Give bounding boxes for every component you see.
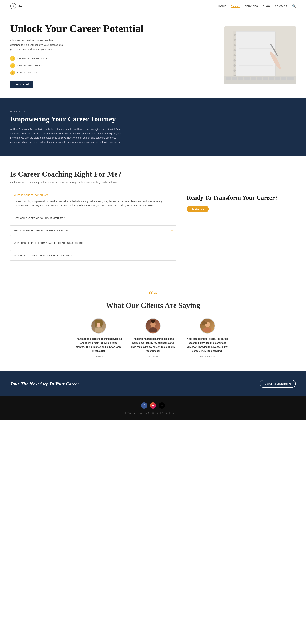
navigation: D divi HOME ABOUT SERVICES BLOG CONTACT … (0, 0, 306, 12)
svg-rect-29 (245, 77, 250, 80)
ready-box: Ready to Transform Your Career? Contact … (185, 192, 296, 214)
feature-label-1: Proven Strategies (17, 64, 42, 67)
faq-layout: What is career coaching? Career coaching… (10, 191, 296, 263)
cta-banner-title: Take the Next Step in Your Career (10, 381, 79, 387)
feature-personalized: 🌟 Personalized Guidance (10, 56, 218, 61)
logo-circle: D (10, 3, 16, 9)
hero-features: 🌟 Personalized Guidance 🤝 Proven Strateg… (10, 56, 218, 75)
svg-point-6 (234, 44, 236, 46)
footer-copyright: ©2024 How to Make a Divi Website | All R… (10, 412, 296, 414)
feature-success: 🏆 Achieve Success (10, 70, 218, 75)
faq-item-4: How do I get started with career coachin… (10, 250, 176, 260)
hero-image-placeholder (224, 26, 296, 84)
svg-point-8 (234, 54, 236, 56)
faq-item-0: What is career coaching? Career coaching… (10, 191, 176, 211)
logo[interactable]: D divi (10, 3, 24, 9)
approach-label: OUR APPROACH (10, 110, 296, 112)
nav-contact[interactable]: CONTACT (275, 5, 287, 8)
footer: f ● ✕ ©2024 How to Make a Divi Website |… (0, 396, 306, 420)
svg-point-11 (234, 70, 236, 72)
footer-social-icons: f ● ✕ (10, 402, 296, 408)
nav-links: HOME ABOUT SERVICES BLOG CONTACT 🔍 (219, 4, 296, 8)
avatar-0 (91, 318, 106, 334)
faq-plus-icon-3: + (171, 241, 173, 245)
svg-point-10 (234, 64, 236, 66)
testimonial-text-0: Thanks to the career coaching services, … (75, 337, 122, 353)
svg-point-46 (203, 328, 212, 332)
hero-image (224, 26, 296, 84)
svg-rect-30 (251, 77, 256, 80)
testimonial-name-0: Jane Doe (75, 355, 122, 358)
svg-rect-35 (281, 77, 286, 80)
testimonial-name-2: Emily Johnson (184, 355, 231, 358)
svg-rect-33 (269, 77, 274, 80)
feature-label-2: Achieve Success (17, 72, 39, 74)
faq-question-1[interactable]: How can career coaching benefit me? + (10, 213, 176, 223)
hero-section: Unlock Your Career Potential Discover pe… (0, 12, 306, 98)
faq-item-2: Who can benefit from career coaching? + (10, 226, 176, 236)
instagram-icon[interactable]: ● (150, 402, 156, 408)
testimonials-title: What Our Clients Are Saying (10, 301, 296, 310)
svg-point-9 (234, 59, 236, 62)
faq-plus-icon-1: + (171, 216, 173, 220)
free-consultation-button[interactable]: Get A Free Consultation! (260, 380, 296, 388)
svg-point-43 (149, 328, 157, 332)
svg-point-4 (234, 34, 236, 36)
faq-subtitle: Find answers to common questions about o… (10, 181, 296, 184)
faq-ready-box: Ready to Transform Your Career? Contact … (185, 191, 296, 263)
nav-services[interactable]: SERVICES (245, 5, 258, 8)
nav-blog[interactable]: BLOG (263, 5, 270, 8)
ready-title: Ready to Transform Your Career? (187, 194, 294, 202)
logo-name: divi (18, 4, 24, 8)
avatar-2 (200, 318, 215, 334)
faq-item-3: What can I expect from a career coaching… (10, 238, 176, 248)
svg-point-38 (94, 328, 103, 332)
faq-question-2[interactable]: Who can benefit from career coaching? + (10, 226, 176, 236)
feature-label-0: Personalized Guidance (17, 57, 48, 60)
avatar-1 (145, 318, 161, 334)
proven-icon: 🤝 (10, 63, 15, 68)
testimonials-grid: Thanks to the career coaching services, … (10, 318, 296, 358)
testimonial-card-1: The personalized coaching sessions helpe… (129, 318, 177, 358)
contact-us-button[interactable]: Contact Us (187, 206, 209, 212)
nav-home[interactable]: HOME (219, 5, 226, 8)
faq-plus-icon-2: + (171, 228, 173, 232)
approach-title: Empowering Your Career Journey (10, 115, 296, 123)
svg-rect-26 (226, 77, 231, 80)
faq-title: Is Career Coaching Right for Me? (10, 170, 296, 178)
quote-mark-icon: ““ (10, 290, 296, 300)
svg-rect-27 (232, 77, 237, 80)
svg-rect-36 (287, 77, 294, 80)
testimonial-text-2: After struggling for years, the career c… (184, 337, 231, 353)
personalized-icon: 🌟 (10, 56, 15, 61)
hero-text: Unlock Your Career Potential Discover pe… (10, 22, 218, 88)
testimonial-card-0: Thanks to the career coaching services, … (75, 318, 122, 358)
facebook-icon[interactable]: f (141, 402, 147, 408)
faq-plus-icon-4: + (171, 254, 173, 257)
svg-point-7 (234, 49, 236, 51)
svg-rect-28 (238, 77, 244, 80)
nav-about[interactable]: ABOUT (231, 4, 240, 8)
approach-body: At How To Make A Divi Website, we believ… (10, 127, 129, 144)
feature-proven: 🤝 Proven Strategies (10, 63, 218, 68)
hero-subtitle: Discover personalized career coaching de… (10, 38, 65, 51)
svg-rect-31 (257, 77, 262, 80)
faq-answer-0: Career coaching is a professional servic… (10, 200, 176, 211)
faq-items: What is career coaching? Career coaching… (10, 191, 176, 263)
svg-rect-34 (275, 77, 280, 80)
testimonials-section: ““ What Our Clients Are Saying Thanks to… (0, 276, 306, 371)
faq-question-4[interactable]: How do I get started with career coachin… (10, 250, 176, 260)
testimonial-card-2: After struggling for years, the career c… (184, 318, 231, 358)
faq-question-0[interactable]: What is career coaching? (10, 191, 176, 200)
testimonial-name-1: John Smith (129, 355, 177, 358)
success-icon: 🏆 (10, 70, 15, 75)
twitter-x-icon[interactable]: ✕ (159, 402, 165, 408)
logo-letter: D (12, 5, 14, 8)
search-icon[interactable]: 🔍 (292, 4, 296, 8)
faq-question-3[interactable]: What can I expect from a career coaching… (10, 238, 176, 248)
hero-title: Unlock Your Career Potential (10, 22, 218, 34)
notebook-visual (224, 26, 296, 84)
svg-rect-32 (263, 77, 268, 80)
hero-cta-button[interactable]: Get Started (10, 81, 33, 88)
testimonial-text-1: The personalized coaching sessions helpe… (129, 337, 177, 353)
